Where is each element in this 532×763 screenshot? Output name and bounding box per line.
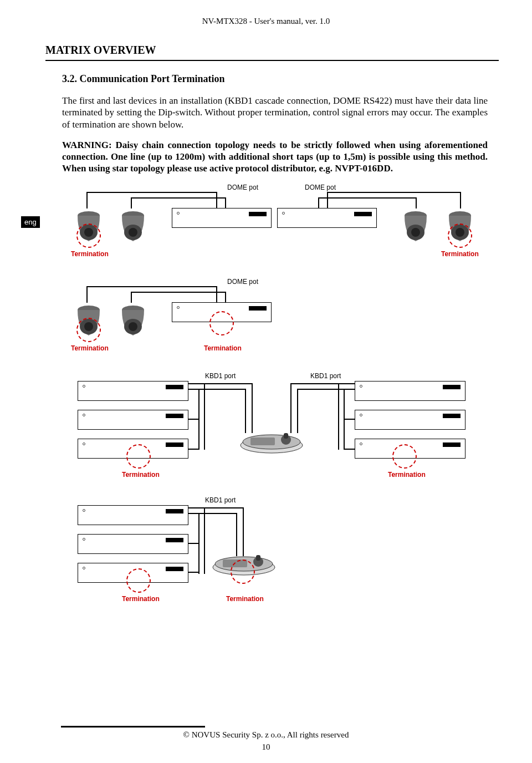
language-tab: eng — [21, 216, 40, 228]
dome-camera-icon — [399, 208, 432, 249]
footer-text: © NOVUS Security Sp. z o.o., All rights … — [0, 730, 532, 740]
label-dome-pot: DOME pot — [227, 278, 258, 286]
label-termination: Termination — [441, 250, 479, 258]
label-termination: Termination — [226, 595, 264, 603]
label-kbd1-port: KBD1 port — [205, 372, 236, 380]
termination-marker — [392, 444, 417, 469]
termination-marker — [126, 444, 151, 469]
paragraph-1: The first and last devices in an install… — [62, 95, 488, 130]
diagram-area: DOME pot DOME pot Termination Terminatio… — [66, 184, 477, 627]
matrix-switcher-box — [78, 410, 188, 430]
doc-header: NV-MTX328 - User's manual, ver. 1.0 — [0, 0, 532, 26]
label-termination: Termination — [122, 595, 160, 603]
label-termination: Termination — [204, 344, 242, 352]
termination-marker — [76, 318, 101, 342]
matrix-switcher-box — [355, 381, 466, 401]
matrix-switcher-box — [78, 534, 188, 554]
label-kbd1-port: KBD1 port — [310, 372, 341, 380]
label-termination: Termination — [71, 344, 109, 352]
matrix-switcher-box — [78, 381, 188, 401]
termination-marker — [76, 223, 101, 248]
label-kbd1-port: KBD1 port — [205, 496, 236, 504]
label-termination: Termination — [71, 250, 109, 258]
matrix-switcher-box — [277, 208, 377, 228]
section-title: MATRIX OVERVIEW — [45, 44, 532, 57]
footer-rule — [61, 726, 205, 728]
label-termination: Termination — [388, 471, 426, 479]
termination-marker — [209, 311, 234, 335]
paragraph-warning: WARNING: Daisy chain connection topology… — [62, 139, 488, 175]
termination-marker — [231, 559, 255, 584]
dome-camera-icon — [116, 302, 150, 343]
matrix-switcher-box — [78, 505, 188, 525]
label-dome-pot: DOME pot — [227, 184, 258, 191]
label-dome-pot: DOME pot — [305, 184, 336, 191]
keyboard-controller-icon — [238, 428, 305, 456]
label-termination: Termination — [122, 471, 160, 479]
dome-camera-icon — [116, 208, 150, 249]
page-number: 10 — [0, 742, 532, 752]
subsection-heading: 3.2. Communication Port Termination — [62, 73, 532, 85]
termination-marker — [448, 223, 472, 248]
termination-marker — [126, 568, 151, 593]
matrix-switcher-box — [172, 208, 272, 228]
matrix-switcher-box — [355, 410, 466, 430]
section-rule — [45, 60, 499, 61]
